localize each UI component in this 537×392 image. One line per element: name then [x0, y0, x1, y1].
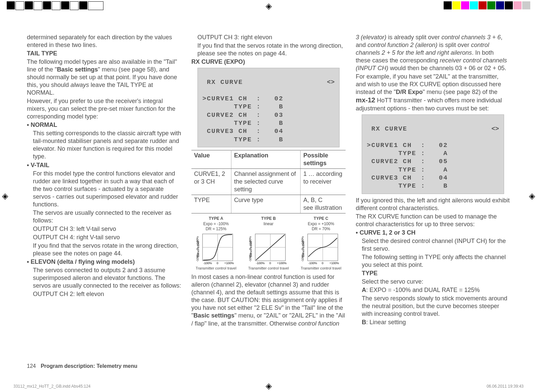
- table-header-row: Value Explanation Possible settings: [191, 150, 346, 168]
- svg-text:0: 0: [322, 261, 323, 265]
- tail-p2: However, if you prefer to use the receiv…: [27, 97, 181, 120]
- chart-b-svg: +100% 0 -100% Servo travel -100% 0 +100%: [249, 232, 289, 266]
- svg-text:0: 0: [269, 261, 271, 265]
- type-heading: TYPE: [356, 270, 510, 277]
- elevon-text-1: The servos connected to outputs 2 and 3 …: [27, 266, 181, 290]
- column-3: 3 (elevator) is already split over contr…: [356, 34, 510, 365]
- col3-p4: The RX CURVE function can be used to man…: [356, 213, 510, 228]
- th-value: Value: [191, 150, 231, 168]
- table-row: CURVE1, 2 or 3 CH Channel assignment of …: [191, 169, 346, 195]
- output-ch3: OUTPUT CH 3: right elevon: [191, 34, 346, 41]
- svg-text:-100%: -100%: [256, 261, 265, 265]
- nav-arrows-icon: <>: [491, 125, 499, 133]
- registration-mark-icon: ◈: [2, 191, 8, 201]
- rx-curve-panel-2: RX CURVE<> >CURVE1 CH : 02 TYPE : A CURV…: [362, 114, 504, 194]
- rx-curve-heading: RX CURVE (EXPO): [191, 58, 346, 66]
- curve-text-1: Select the desired control channel (INPU…: [356, 237, 510, 253]
- column-2: OUTPUT CH 3: right elevon If you find th…: [191, 34, 346, 365]
- vtail-bullet: • V-TAIL: [27, 161, 181, 169]
- chart-type-b: TYPE B linear +100% 0 -100% Servo travel: [244, 216, 293, 271]
- curve-bullet: • CURVE 1, 2 or 3 CH: [356, 229, 510, 237]
- registration-mark-icon: ◈: [529, 191, 535, 201]
- table-row: TYPE Curve type A, B, Csee illustration: [191, 195, 346, 213]
- elevon-bullet: • ELEVON (delta / flying wing models): [27, 258, 181, 266]
- intro-text: determined separately for each direction…: [27, 34, 181, 49]
- curve-text-2: The following setting in TYPE only affec…: [356, 253, 510, 269]
- svg-text:0: 0: [217, 261, 218, 265]
- chart-type-a: TYPE A Expo = -100% DR = 125% +100% 0 -1…: [191, 216, 241, 271]
- chart-c-svg: +100% 0 -100% Servo travel -100% 0 +100%: [301, 232, 341, 266]
- tail-p1: The following model types are also avail…: [27, 58, 181, 97]
- chart-row: TYPE A Expo = -100% DR = 125% +100% 0 -1…: [191, 216, 346, 271]
- svg-text:Servo travel: Servo travel: [302, 241, 305, 257]
- footer-date: 06.06.2011 19:39:43: [487, 384, 524, 389]
- tail-type-heading: TAIL TYPE: [27, 50, 181, 57]
- col3-p3: If you ignored this, the left and right …: [356, 197, 510, 212]
- page-number: 124: [27, 363, 36, 369]
- svg-text:-100%: -100%: [203, 261, 212, 265]
- nav-arrows-icon: <>: [327, 78, 335, 86]
- vtail-ch3: OUTPUT CH 3: left V-tail servo: [27, 225, 181, 233]
- chart-type-c: TYPE C Expo = +100% DR = 70% +100% 0 -10…: [296, 216, 346, 271]
- registration-mark-icon: ◈: [266, 381, 272, 391]
- chart-a-svg: +100% 0 -100% Servo travel -100% 0 +100%: [196, 232, 236, 266]
- vtail-text-2: The servos are usually connected to the …: [27, 209, 181, 225]
- type-a-line: A: EXPO = -100% and DUAL RATE = 125%: [356, 286, 510, 294]
- svg-text:Servo travel: Servo travel: [196, 241, 200, 257]
- svg-text:+100%: +100%: [329, 261, 339, 265]
- wrong-direction-note: If you find that the servos rotate in th…: [191, 42, 346, 57]
- type-text-1: Select the servo curve:: [356, 278, 510, 286]
- normal-bullet: • NORMAL: [27, 121, 181, 129]
- vtail-text-1: For this model type the control function…: [27, 170, 181, 208]
- column-1: determined separately for each direction…: [27, 34, 181, 365]
- col2-para-1: In most cases a non-linear control funct…: [191, 273, 346, 327]
- type-b-line: B: Linear setting: [356, 318, 510, 326]
- page-title: Program description: Telemetry menu: [41, 363, 137, 369]
- vtail-text-3: If you find that the servos rotate in th…: [27, 242, 181, 257]
- normal-text: This setting corresponds to the classic …: [27, 130, 181, 160]
- page: ◈ ◈ ◈ ◈ determined separately for each d…: [0, 0, 537, 392]
- explanation-table: Value Explanation Possible settings CURV…: [191, 150, 346, 213]
- vtail-ch4: OUTPUT CH 4: right V-tail servo: [27, 234, 181, 241]
- page-footer: 124 Program description: Telemetry menu: [27, 363, 137, 369]
- svg-text:Servo travel: Servo travel: [249, 241, 253, 257]
- svg-text:+100%: +100%: [277, 261, 286, 265]
- col3-p2: For example, if you have set "2AIL" at t…: [356, 73, 510, 112]
- registration-mark-icon: ◈: [266, 1, 272, 11]
- footer-file: 33112_mx12_HoTT_2_GB.indd Abs45:124: [13, 384, 91, 389]
- svg-text:+100%: +100%: [224, 261, 234, 265]
- svg-text:-100%: -100%: [308, 261, 317, 265]
- type-a-desc: The servo responds slowly to stick movem…: [356, 295, 510, 318]
- rx-curve-panel-1: RX CURVE<> >CURVE1 CH : 02 TYPE : B CURV…: [197, 68, 340, 147]
- th-possible: Possible settings: [301, 150, 346, 168]
- elevon-ch2: OUTPUT CH 2: left elevon: [27, 290, 181, 298]
- registration-blocks-left: [7, 1, 103, 11]
- col3-p1: 3 (elevator) is already split over contr…: [356, 34, 510, 72]
- registration-blocks-right: [444, 1, 530, 11]
- th-explanation: Explanation: [231, 150, 300, 168]
- content-columns: determined separately for each direction…: [27, 34, 510, 365]
